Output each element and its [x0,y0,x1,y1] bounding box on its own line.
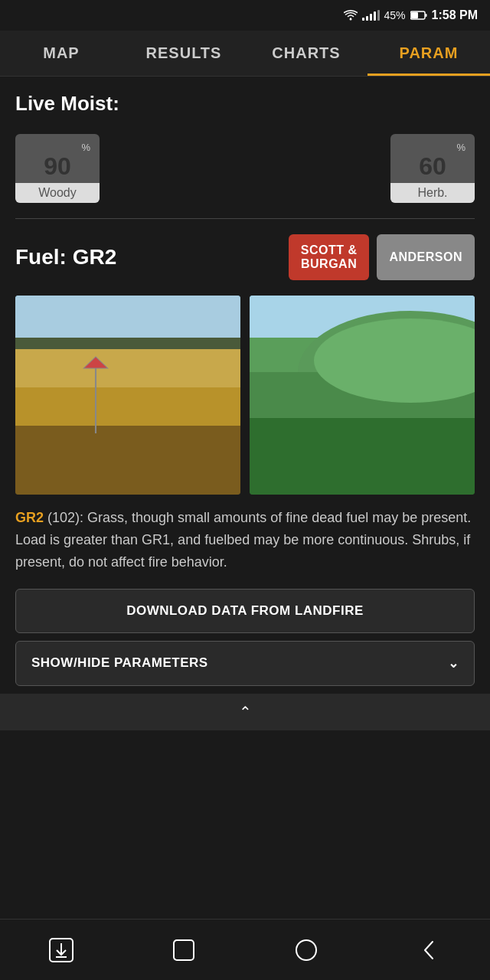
nav-tabs: MAP RESULTS CHARTS PARAM [0,31,490,77]
fuel-description-text: (102): Grass, though small amounts of fi… [15,510,471,570]
show-hide-label: SHOW/HIDE PARAMETERS [31,655,208,671]
status-icons: 45% 1:58 PM [344,8,479,22]
fuel-description: GR2 (102): Grass, though small amounts o… [15,507,475,573]
tab-results[interactable]: RESULTS [122,31,245,76]
tab-param[interactable]: PARAM [368,31,490,76]
fuel-section: Fuel: GR2 SCOTT &BURGAN ANDERSON [15,234,475,685]
wifi-icon [344,10,358,21]
scott-burgan-button[interactable]: SCOTT &BURGAN [289,234,370,280]
fuel-header: Fuel: GR2 SCOTT &BURGAN ANDERSON [15,234,475,280]
download-landfire-button[interactable]: DOWNLOAD DATA FROM LANDFIRE [15,589,475,633]
woody-moisture-card[interactable]: % 90 Woody [15,134,100,203]
back-nav-icon [416,937,442,963]
fuel-code: GR2 [15,510,44,525]
herb-unit: % [400,142,466,153]
status-time: 1:58 PM [432,8,478,22]
live-moist-title: Live Moist: [15,92,475,116]
nav-square-button[interactable] [161,927,207,973]
chevron-up-icon: ⌃ [239,703,252,721]
battery-percent: 45% [384,9,406,21]
svg-point-20 [296,940,316,960]
fuel-image-green [250,296,475,495]
svg-rect-3 [425,14,426,17]
anderson-button[interactable]: ANDERSON [377,234,475,280]
woody-unit: % [24,142,90,153]
battery-icon [410,11,427,20]
nav-back-button[interactable] [406,927,452,973]
svg-rect-2 [411,12,418,18]
svg-rect-14 [250,418,475,495]
section-divider [15,218,475,219]
nav-home-button[interactable] [283,927,329,973]
main-content: Live Moist: % 90 Woody % 60 Herb. Fuel: … [0,77,490,746]
svg-point-0 [349,18,351,21]
square-nav-icon [171,937,197,963]
show-hide-parameters-button[interactable]: SHOW/HIDE PARAMETERS ⌄ [15,641,475,686]
svg-rect-19 [174,940,194,960]
status-bar: 45% 1:58 PM [0,0,490,31]
herb-moisture-card[interactable]: % 60 Herb. [390,134,475,203]
svg-rect-8 [15,426,240,495]
signal-icon [362,10,380,21]
herb-value: 60 [400,153,466,180]
download-nav-icon [48,937,74,963]
herb-label: Herb. [390,183,475,203]
fuel-images [15,296,475,495]
circle-nav-icon [293,937,319,963]
tab-charts[interactable]: CHARTS [245,31,368,76]
moisture-row: % 90 Woody % 60 Herb. [15,134,475,203]
live-moist-section: Live Moist: % 90 Woody % 60 Herb. [15,92,475,203]
collapse-handle[interactable]: ⌃ [0,694,490,730]
woody-label: Woody [15,183,100,203]
tab-map[interactable]: MAP [0,31,122,76]
fuel-btn-group: SCOTT &BURGAN ANDERSON [289,234,475,280]
woody-value: 90 [24,153,90,180]
fuel-title: Fuel: GR2 [15,245,116,270]
chevron-down-icon: ⌄ [448,655,459,671]
bottom-nav [0,919,490,980]
fuel-image-dry [15,296,240,495]
nav-download-button[interactable] [38,927,84,973]
